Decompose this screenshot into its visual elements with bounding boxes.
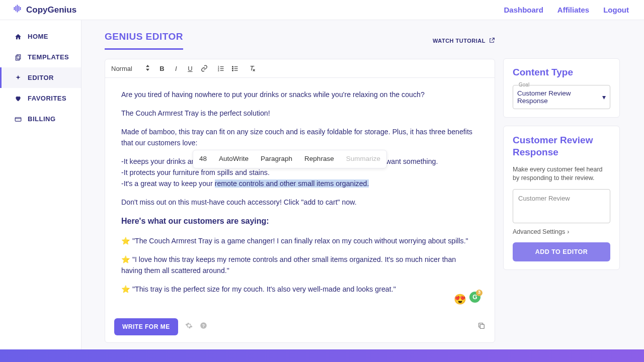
help-icon[interactable]: ? — [200, 322, 207, 331]
adv-label: Advanced Settings — [513, 228, 565, 235]
svg-point-20 — [232, 70, 233, 71]
svg-rect-3 — [19, 6, 20, 12]
sidebar-item-favorites[interactable]: FAVORITES — [0, 88, 81, 109]
bottom-promo-bar — [0, 349, 644, 362]
editor-body[interactable]: Are you tired of having nowhere to put y… — [105, 78, 495, 312]
text-selection: remote controls and other small items or… — [215, 179, 369, 188]
section-heading: Here's what our customers are saying: — [121, 215, 478, 228]
goal-value: Customer Review Response — [517, 89, 602, 105]
editor-icon — [15, 74, 22, 81]
unordered-list-button[interactable] — [230, 63, 240, 73]
svg-rect-23 — [480, 324, 484, 328]
panel-title: Customer Review Response — [513, 134, 610, 158]
svg-rect-2 — [17, 5, 18, 13]
sidebar-label: EDITOR — [28, 74, 54, 81]
goal-select[interactable]: Customer Review Response ▾ — [513, 85, 610, 109]
sidebar: HOME TEMPLATES EDITOR FAVORITES BILLING — [0, 20, 82, 349]
advanced-settings-link[interactable]: Advanced Settings › — [513, 228, 610, 235]
paragraph: Are you tired of having nowhere to put y… — [121, 89, 478, 100]
grammarly-badge[interactable]: G — [469, 292, 480, 303]
affiliates-link[interactable]: Affiliates — [557, 6, 589, 14]
logout-link[interactable]: Logout — [603, 6, 629, 14]
dashboard-link[interactable]: Dashboard — [504, 6, 543, 14]
emoji-reaction-icon[interactable]: 😍 — [454, 292, 466, 307]
copy-icon[interactable] — [477, 322, 486, 332]
paragraph: The Couch Armrest Tray is the perfect so… — [121, 108, 478, 119]
brand-logo[interactable]: CopyGenius — [13, 4, 76, 16]
panel-title: Content Type — [513, 67, 610, 78]
italic-button[interactable]: I — [171, 63, 181, 73]
chevron-updown-icon — [145, 65, 150, 72]
underline-button[interactable]: U — [185, 63, 195, 73]
svg-rect-6 — [16, 56, 19, 60]
add-to-editor-button[interactable]: ADD TO EDITOR — [513, 242, 610, 261]
brand-name: CopyGenius — [26, 5, 76, 15]
selection-popup: 48 AutoWrite Paragraph Rephrase Summariz… — [193, 150, 387, 168]
ordered-list-button[interactable]: 123 — [216, 63, 226, 73]
svg-rect-0 — [14, 7, 15, 10]
tutorial-label: WATCH TUTORIAL — [433, 38, 486, 44]
panel-desc: Make every customer feel heard by respon… — [513, 165, 610, 183]
editor-card: Normal B I U 123 Are you tired of having… — [105, 59, 495, 343]
style-select[interactable]: Normal — [111, 65, 150, 72]
billing-icon — [15, 116, 22, 123]
style-value: Normal — [111, 65, 132, 72]
svg-point-18 — [232, 66, 233, 67]
watch-tutorial-link[interactable]: WATCH TUTORIAL — [433, 37, 495, 44]
popup-rephrase[interactable]: Rephrase — [298, 150, 340, 168]
gear-icon[interactable] — [185, 322, 193, 331]
heart-icon — [15, 95, 22, 102]
sidebar-label: FAVORITES — [28, 95, 66, 102]
svg-point-19 — [232, 68, 233, 69]
svg-rect-7 — [15, 117, 21, 121]
svg-text:3: 3 — [218, 69, 219, 71]
popup-count: 48 — [193, 150, 213, 168]
write-for-me-button[interactable]: WRITE FOR ME — [114, 318, 178, 335]
svg-rect-4 — [20, 7, 21, 10]
popup-summarize[interactable]: Summarize — [340, 150, 386, 168]
link-button[interactable] — [199, 63, 209, 73]
content-type-panel: Content Type Goal Customer Review Respon… — [503, 58, 620, 118]
review: ⭐ "I love how this tray keeps my remote … — [121, 254, 478, 276]
sidebar-label: TEMPLATES — [28, 53, 69, 61]
clear-format-button[interactable] — [248, 63, 258, 73]
bold-button[interactable]: B — [157, 63, 167, 73]
sidebar-item-editor[interactable]: EDITOR — [0, 67, 81, 88]
paragraph: Don't miss out on this must-have couch a… — [121, 197, 478, 208]
sidebar-item-templates[interactable]: TEMPLATES — [0, 47, 81, 67]
home-icon — [15, 33, 22, 40]
svg-rect-1 — [16, 6, 17, 12]
customer-review-input[interactable]: Customer Review — [513, 189, 610, 223]
sidebar-item-home[interactable]: HOME — [0, 26, 81, 47]
templates-icon — [15, 54, 22, 61]
chevron-down-icon: ▾ — [602, 93, 606, 101]
sidebar-label: HOME — [28, 33, 48, 40]
svg-text:?: ? — [202, 323, 204, 328]
paragraph: Made of bamboo, this tray can fit on any… — [121, 126, 478, 148]
popup-autowrite[interactable]: AutoWrite — [213, 150, 255, 168]
external-link-icon — [489, 37, 495, 44]
chevron-right-icon: › — [567, 228, 569, 235]
sidebar-item-billing[interactable]: BILLING — [0, 109, 81, 129]
popup-paragraph[interactable]: Paragraph — [255, 150, 298, 168]
review: ⭐ "The Couch Armrest Tray is a game chan… — [121, 235, 478, 246]
response-panel: Customer Review Response Make every cust… — [503, 126, 620, 270]
review: ⭐ "This tray is the perfect size for my … — [121, 284, 478, 295]
page-title: GENIUS EDITOR — [105, 31, 183, 50]
svg-rect-5 — [17, 54, 21, 59]
logo-icon — [13, 4, 22, 16]
toolbar: Normal B I U 123 — [105, 59, 495, 78]
sidebar-label: BILLING — [28, 115, 56, 123]
